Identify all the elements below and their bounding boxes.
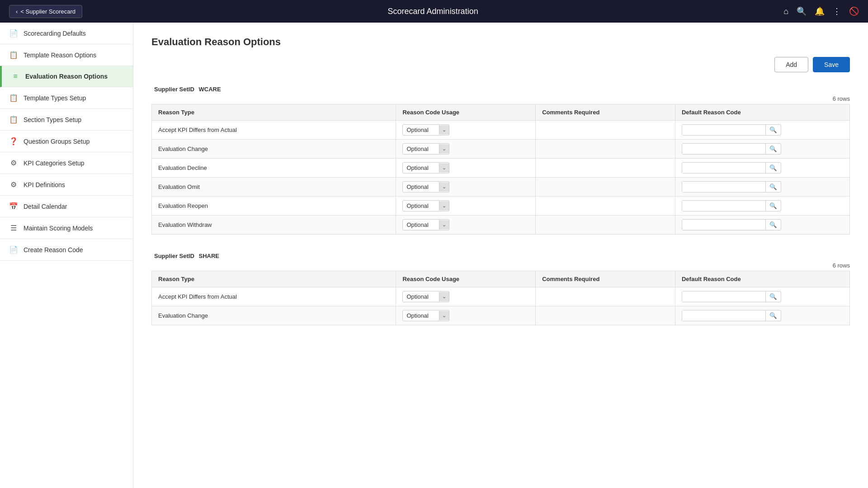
usage-select-wrap[interactable]: Optional⌄ [402, 181, 449, 192]
reason-code-usage-cell: Optional⌄ [396, 216, 536, 235]
search-icon[interactable]: 🔍 [765, 291, 781, 302]
usage-select-value: Optional [403, 201, 439, 211]
kpi-cat-icon: ⚙ [9, 159, 18, 167]
sidebar-label: Template Types Setup [24, 94, 86, 102]
sidebar-item-question-groups-setup[interactable]: ❓ Question Groups Setup [0, 131, 133, 152]
save-button[interactable]: Save [813, 57, 850, 72]
reason-code-usage-cell: Optional⌄ [396, 287, 536, 306]
usage-select-wrap[interactable]: Optional⌄ [402, 219, 449, 230]
default-reason-search-input[interactable] [682, 291, 765, 302]
search-icon[interactable]: 🔍 [765, 310, 781, 321]
default-reason-code-cell: 🔍 [675, 140, 849, 159]
default-reason-search-wrap: 🔍 [682, 291, 781, 302]
search-icon[interactable]: 🔍 [765, 201, 781, 211]
table-row: Evaluation DeclineOptional⌄🔍 [152, 159, 850, 178]
table-share: Reason Type Reason Code Usage Comments R… [151, 271, 850, 325]
default-reason-search-input[interactable] [682, 163, 765, 173]
table-row: Evaluation WithdrawOptional⌄🔍 [152, 216, 850, 235]
col-reason-code-usage: Reason Code Usage [396, 271, 536, 287]
back-button[interactable]: ‹ < Supplier Scorecard [9, 5, 82, 18]
search-icon[interactable]: 🔍 [765, 125, 781, 135]
usage-select-wrap[interactable]: Optional⌄ [402, 200, 449, 211]
main-layout: 📄 Scorecarding Defaults 📋 Template Reaso… [0, 23, 868, 488]
add-button[interactable]: Add [774, 57, 808, 72]
table-row: Evaluation OmitOptional⌄🔍 [152, 178, 850, 197]
sidebar-item-scorecarding-defaults[interactable]: 📄 Scorecarding Defaults [0, 23, 133, 44]
sidebar-item-maintain-scoring-models[interactable]: ☰ Maintain Scoring Models [0, 217, 133, 239]
search-icon[interactable]: 🔍 [797, 6, 807, 16]
reason-type-cell: Evaluation Change [152, 306, 396, 325]
default-reason-search-input[interactable] [682, 201, 765, 211]
search-icon[interactable]: 🔍 [765, 163, 781, 173]
default-reason-search-input[interactable] [682, 144, 765, 154]
sidebar-item-evaluation-reason-options[interactable]: ≡ Evaluation Reason Options [0, 66, 133, 87]
question-icon: ❓ [9, 137, 18, 145]
supplier-setid-label: Supplier SetID [154, 86, 194, 93]
search-icon[interactable]: 🔍 [765, 182, 781, 192]
supplier-setid-value: WCARE [198, 86, 221, 93]
usage-select-value: Optional [403, 163, 439, 173]
usage-select-value: Optional [403, 310, 439, 321]
sidebar-item-section-types-setup[interactable]: 📋 Section Types Setup [0, 109, 133, 131]
row-count-wcare: 6 rows [151, 95, 850, 102]
sidebar-item-template-types-setup[interactable]: 📋 Template Types Setup [0, 87, 133, 109]
default-reason-search-input[interactable] [682, 125, 765, 135]
default-reason-search-wrap: 🔍 [682, 181, 781, 192]
sidebar-item-detail-calendar[interactable]: 📅 Detail Calendar [0, 196, 133, 217]
usage-select-value: Optional [403, 125, 439, 135]
default-reason-code-cell: 🔍 [675, 216, 849, 235]
usage-select-value: Optional [403, 182, 439, 192]
usage-select-wrap[interactable]: Optional⌄ [402, 124, 449, 136]
usage-select-wrap[interactable]: Optional⌄ [402, 143, 449, 155]
comments-required-cell [536, 306, 675, 325]
sidebar-item-template-reason-options[interactable]: 📋 Template Reason Options [0, 44, 133, 66]
search-icon[interactable]: 🔍 [765, 144, 781, 154]
sidebar-label: Template Reason Options [24, 52, 96, 59]
more-icon[interactable]: ⋮ [833, 6, 841, 16]
col-default-reason-code: Default Reason Code [675, 104, 849, 121]
usage-select-value: Optional [403, 220, 439, 230]
default-reason-search-wrap: 🔍 [682, 162, 781, 174]
reason-type-cell: Accept KPI Differs from Actual [152, 287, 396, 306]
sidebar-item-create-reason-code[interactable]: 📄 Create Reason Code [0, 239, 133, 261]
chevron-down-icon: ⌄ [439, 201, 449, 211]
sidebar-label: Section Types Setup [24, 116, 81, 123]
toolbar: Add Save [151, 57, 850, 72]
default-reason-search-wrap: 🔍 [682, 200, 781, 211]
table-row: Evaluation ChangeOptional⌄🔍 [152, 306, 850, 325]
content-area: Evaluation Reason Options Add Save Suppl… [133, 23, 868, 488]
top-header: ‹ < Supplier Scorecard Scorecard Adminis… [0, 0, 868, 23]
default-reason-search-input[interactable] [682, 310, 765, 321]
default-reason-search-input[interactable] [682, 220, 765, 230]
sidebar-label: Detail Calendar [24, 203, 67, 210]
col-comments-required: Comments Required [536, 271, 675, 287]
usage-select-wrap[interactable]: Optional⌄ [402, 291, 449, 302]
comments-required-cell [536, 178, 675, 197]
sidebar-item-kpi-definitions[interactable]: ⚙ KPI Definitions [0, 174, 133, 196]
supplier-set-header-wcare: Supplier SetID WCARE [151, 86, 850, 93]
table-row: Accept KPI Differs from ActualOptional⌄🔍 [152, 287, 850, 306]
usage-select-value: Optional [403, 291, 439, 302]
default-reason-search-input[interactable] [682, 182, 765, 192]
usage-select-wrap[interactable]: Optional⌄ [402, 310, 449, 321]
table-row: Evaluation ReopenOptional⌄🔍 [152, 197, 850, 216]
reason-type-cell: Evaluation Omit [152, 178, 396, 197]
blocked-icon[interactable]: 🚫 [849, 6, 859, 16]
home-icon[interactable]: ⌂ [783, 7, 788, 16]
usage-select-wrap[interactable]: Optional⌄ [402, 162, 449, 174]
sidebar-item-kpi-categories-setup[interactable]: ⚙ KPI Categories Setup [0, 152, 133, 174]
bell-icon[interactable]: 🔔 [815, 6, 825, 16]
reason-code-usage-cell: Optional⌄ [396, 178, 536, 197]
reason-code-usage-cell: Optional⌄ [396, 140, 536, 159]
comments-required-cell [536, 287, 675, 306]
supplier-setid-value: SHARE [198, 253, 219, 259]
default-reason-search-wrap: 🔍 [682, 143, 781, 155]
section-icon: 📋 [9, 115, 18, 124]
supplier-set-header-share: Supplier SetID SHARE [151, 253, 850, 259]
table-header-row: Reason Type Reason Code Usage Comments R… [152, 271, 850, 287]
chevron-down-icon: ⌄ [439, 125, 449, 135]
search-icon[interactable]: 🔍 [765, 220, 781, 230]
default-reason-code-cell: 🔍 [675, 178, 849, 197]
sidebar-label: Evaluation Reason Options [25, 73, 108, 80]
comments-required-cell [536, 121, 675, 140]
